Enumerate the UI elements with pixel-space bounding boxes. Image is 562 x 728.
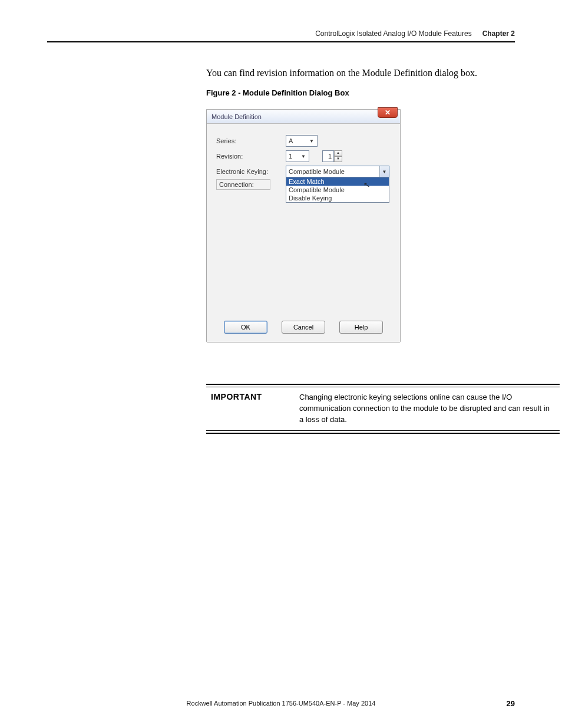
revision-label: Revision: (216, 153, 286, 160)
spinner-up-icon[interactable]: ▲ (334, 150, 342, 156)
running-header: ControlLogix Isolated Analog I/O Module … (47, 29, 515, 38)
chevron-down-icon: ▼ (379, 166, 389, 177)
dialog-close-button[interactable]: ✕ (378, 107, 398, 118)
chevron-down-icon: ▼ (299, 152, 308, 160)
dialog-body: Series: A ▼ Revision: 1 ▼ 1 ▲ (207, 124, 400, 315)
keying-option-exact-match[interactable]: Exact Match (286, 177, 389, 186)
keying-dropdown-wrap: Connection: Exact Match Compatible Modul… (216, 179, 391, 203)
series-row: Series: A ▼ (216, 133, 391, 149)
keying-dropdown-list[interactable]: Exact Match Compatible Module Disable Ke… (286, 177, 389, 203)
series-label: Series: (216, 137, 286, 144)
series-value: A (289, 137, 293, 144)
intro-paragraph: You can find revision information on the… (206, 66, 560, 80)
series-select[interactable]: A ▼ (286, 135, 318, 147)
ok-button[interactable]: OK (224, 321, 267, 334)
revision-major-select[interactable]: 1 ▼ (286, 150, 309, 162)
figure-caption: Figure 2 - Module Definition Dialog Box (206, 88, 560, 97)
dialog-title: Module Definition (211, 113, 400, 120)
important-callout: IMPORTANT Changing electronic keying sel… (206, 384, 560, 434)
dialog-spacer (216, 203, 391, 309)
chevron-down-icon: ▼ (308, 137, 316, 145)
callout-bottom-rule (206, 430, 560, 431)
callout-inner: IMPORTANT Changing electronic keying sel… (206, 387, 560, 430)
revision-minor-spinner[interactable]: 1 ▲ ▼ (322, 150, 342, 162)
footer-publication: Rockwell Automation Publication 1756-UM5… (0, 700, 562, 707)
page-number: 29 (507, 699, 515, 708)
keying-select[interactable]: Compatible Module ▼ (286, 166, 389, 177)
revision-row: Revision: 1 ▼ 1 ▲ ▼ (216, 149, 391, 164)
spinner-buttons: ▲ ▼ (334, 150, 342, 162)
revision-minor-value: 1 (322, 150, 334, 162)
dialog-titlebar: Module Definition ✕ (207, 110, 400, 124)
cursor-icon: ↖ (363, 180, 371, 190)
close-icon: ✕ (385, 109, 391, 116)
header-section-title: ControlLogix Isolated Analog I/O Module … (315, 29, 472, 38)
keying-option-disable-keying[interactable]: Disable Keying (286, 194, 389, 202)
keying-selected-value: Compatible Module (289, 168, 345, 175)
callout-text: Changing electronic keying selections on… (299, 392, 555, 426)
spinner-down-icon[interactable]: ▼ (334, 156, 342, 162)
help-button[interactable]: Help (339, 321, 383, 334)
callout-label: IMPORTANT (211, 392, 299, 426)
keying-option-compatible-module[interactable]: Compatible Module (286, 186, 389, 194)
revision-major-value: 1 (289, 153, 292, 160)
body-column: You can find revision information on the… (206, 66, 560, 434)
module-definition-dialog: Module Definition ✕ Series: A ▼ Revision… (206, 109, 401, 342)
keying-label: Electronic Keying: (216, 168, 286, 175)
header-rule (47, 41, 515, 42)
document-page: ControlLogix Isolated Analog I/O Module … (0, 0, 562, 728)
dialog-button-row: OK Cancel Help (207, 315, 400, 342)
connection-label: Connection: (216, 179, 270, 190)
header-chapter: Chapter 2 (482, 29, 515, 38)
cancel-button[interactable]: Cancel (282, 321, 325, 334)
